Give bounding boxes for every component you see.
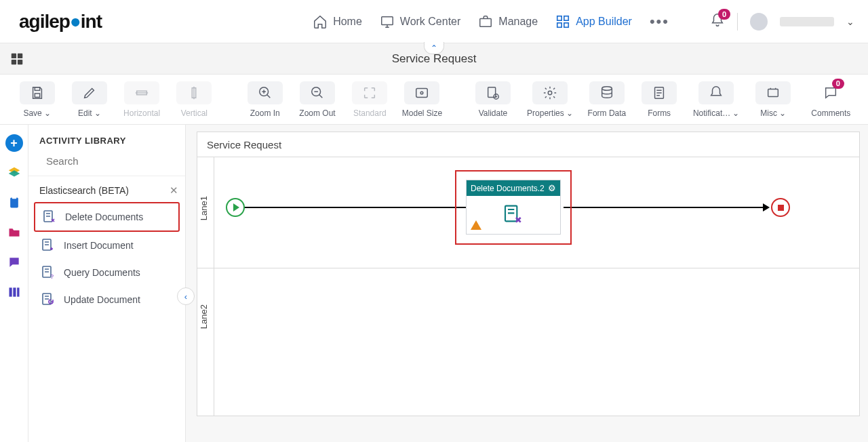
notifications-button[interactable]: Notificat…⌄ bbox=[688, 81, 745, 118]
secondary-header: ⌃ Service Request bbox=[0, 43, 868, 75]
comments-button[interactable]: 0 Comments bbox=[808, 81, 854, 118]
rail-columns[interactable] bbox=[5, 283, 23, 301]
nav-more[interactable]: ••• bbox=[650, 13, 669, 31]
svg-point-17 bbox=[421, 92, 424, 94]
canvas-wrap: Service Request Lane1 Lane2 Delete Docum… bbox=[186, 125, 868, 442]
grid-icon bbox=[9, 52, 24, 66]
save-button[interactable]: Save⌄ bbox=[14, 81, 60, 118]
app-menu-button[interactable] bbox=[5, 47, 28, 71]
logo: agilep●int bbox=[19, 11, 102, 33]
gear-icon bbox=[542, 85, 557, 100]
chevron-up-icon: ⌃ bbox=[431, 43, 437, 53]
user-name bbox=[780, 17, 834, 26]
process-canvas[interactable]: Service Request Lane1 Lane2 Delete Docum… bbox=[197, 132, 860, 416]
svg-rect-27 bbox=[13, 287, 16, 296]
rail-add[interactable]: + bbox=[5, 134, 23, 152]
forms-button[interactable]: Forms bbox=[636, 81, 683, 118]
properties-button[interactable]: Properties⌄ bbox=[522, 81, 578, 118]
start-node[interactable] bbox=[226, 198, 245, 217]
misc-button[interactable]: Misc⌄ bbox=[749, 81, 796, 118]
form-icon bbox=[652, 85, 667, 100]
flow-connector bbox=[564, 207, 767, 208]
chevron-down-icon: ⌄ bbox=[566, 108, 573, 118]
svg-rect-3 bbox=[564, 16, 568, 20]
document-update-icon bbox=[39, 292, 57, 308]
misc-icon bbox=[766, 85, 781, 100]
zoom-out-button[interactable]: Zoom Out bbox=[294, 81, 340, 118]
library-item-label: Query Documents bbox=[64, 267, 140, 279]
zoom-in-icon bbox=[258, 85, 273, 100]
zoom-in-button[interactable]: Zoom In bbox=[241, 81, 288, 118]
activity-delete-documents[interactable]: Delete Documents.2 ⚙ bbox=[466, 180, 561, 235]
notifications-button[interactable]: 0 bbox=[710, 13, 725, 30]
library-item-insert-document[interactable]: Insert Document bbox=[34, 232, 180, 259]
nav-appbuilder-label: App Builder bbox=[576, 16, 632, 28]
svg-rect-10 bbox=[35, 87, 39, 91]
library-search-input[interactable] bbox=[46, 155, 175, 167]
form-data-button[interactable]: Form Data bbox=[583, 81, 630, 118]
lane2-label: Lane2 bbox=[199, 304, 209, 329]
flow-connector bbox=[243, 207, 469, 208]
user-menu-chevron[interactable]: ⌄ bbox=[846, 16, 854, 27]
arrowhead-icon bbox=[763, 203, 770, 212]
model-size-button[interactable]: Model Size bbox=[399, 81, 446, 118]
clipboard-icon bbox=[7, 195, 21, 210]
nav-home[interactable]: Home bbox=[313, 14, 362, 29]
nav-appbuilder[interactable]: App Builder bbox=[555, 14, 632, 29]
vertical-button[interactable]: Vertical bbox=[171, 81, 218, 118]
library-item-update-document[interactable]: Update Document bbox=[34, 286, 180, 313]
canvas-title: Service Request bbox=[197, 132, 859, 157]
nav-manage-label: Manage bbox=[498, 16, 538, 28]
svg-rect-0 bbox=[382, 16, 393, 24]
nav-workcenter-label: Work Center bbox=[400, 16, 461, 28]
main: + ACTIVITY LIBRARY Elasticsearch (BETA) … bbox=[0, 125, 868, 442]
svg-rect-26 bbox=[9, 287, 12, 296]
top-nav: agilep●int Home Work Center Manage App B… bbox=[0, 0, 868, 43]
rail-chat[interactable] bbox=[5, 254, 23, 271]
document-query-icon: ? bbox=[39, 264, 57, 281]
document-delete-icon bbox=[41, 209, 58, 225]
nav-workcenter[interactable]: Work Center bbox=[380, 14, 461, 29]
validate-button[interactable]: Validate bbox=[469, 81, 516, 118]
svg-rect-23 bbox=[768, 89, 778, 97]
activity-gear-icon[interactable]: ⚙ bbox=[548, 183, 556, 193]
library-item-query-documents[interactable]: ? Query Documents bbox=[34, 259, 180, 286]
horizontal-button[interactable]: Horizontal bbox=[118, 81, 165, 118]
end-node[interactable] bbox=[771, 198, 790, 217]
apps-icon bbox=[555, 14, 570, 29]
columns-icon bbox=[7, 285, 22, 299]
lane-divider bbox=[197, 157, 859, 157]
standard-zoom-button[interactable]: Standard bbox=[347, 81, 393, 118]
library-search bbox=[28, 154, 185, 176]
nav-manage[interactable]: Manage bbox=[478, 14, 538, 29]
svg-rect-6 bbox=[12, 53, 16, 58]
standard-size-icon bbox=[362, 85, 377, 100]
chevron-down-icon: ⌄ bbox=[94, 108, 101, 118]
rail-clipboard[interactable] bbox=[5, 194, 23, 212]
close-section-button[interactable]: ✕ bbox=[170, 184, 178, 197]
folder-icon bbox=[7, 226, 22, 239]
edit-button[interactable]: Edit⌄ bbox=[66, 81, 113, 118]
library-item-delete-documents[interactable]: Delete Documents bbox=[34, 202, 180, 232]
rail-folder[interactable] bbox=[5, 224, 23, 241]
svg-rect-4 bbox=[557, 22, 561, 26]
lane1-label: Lane1 bbox=[199, 196, 209, 220]
svg-rect-25 bbox=[12, 197, 16, 199]
page-title: Service Request bbox=[392, 52, 477, 66]
rail-layers[interactable] bbox=[5, 164, 23, 182]
activity-header: Delete Documents.2 ⚙ bbox=[467, 180, 560, 196]
activity-body bbox=[467, 196, 560, 234]
library-list: Delete Documents Insert Document ? Query… bbox=[28, 202, 185, 313]
library-section-title: Elasticsearch (BETA) bbox=[39, 185, 129, 196]
avatar[interactable] bbox=[750, 13, 768, 31]
lane-divider bbox=[197, 268, 859, 268]
model-size-icon bbox=[414, 85, 429, 100]
svg-rect-7 bbox=[18, 53, 22, 58]
document-delete-icon bbox=[502, 204, 525, 226]
layers-icon bbox=[7, 165, 22, 180]
warning-icon bbox=[471, 220, 481, 230]
comments-badge: 0 bbox=[832, 79, 844, 89]
svg-rect-18 bbox=[488, 87, 496, 98]
validate-icon bbox=[486, 85, 500, 100]
svg-rect-1 bbox=[480, 18, 492, 26]
